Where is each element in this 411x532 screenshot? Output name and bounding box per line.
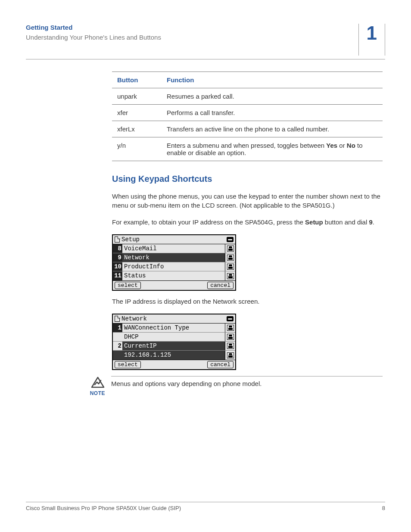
document-icon (115, 236, 120, 243)
lcd-menu-item-selected: 9 Network (113, 253, 235, 262)
chapter-number-box: 1 (358, 24, 385, 56)
note-text: Menus and options vary depending on phon… (111, 380, 262, 387)
note-label: NOTE (90, 390, 105, 396)
cell-button: y/n (112, 137, 162, 161)
document-icon (115, 316, 120, 322)
paragraph: The IP address is displayed on the Netwo… (112, 297, 383, 306)
line-status-icon (227, 246, 234, 252)
line-status-icon (227, 325, 234, 331)
lcd-network-screen: Network 1 WANConnection Type DHCP 2 Curr… (112, 314, 236, 370)
page-number: 8 (382, 505, 385, 511)
menu-label: CurrentIP (122, 342, 225, 350)
lcd-title: Network (121, 315, 147, 322)
menu-label: Network (122, 253, 225, 262)
menu-index: 10 (113, 262, 122, 271)
table-header-function: Function (162, 72, 383, 88)
table-row: unpark Resumes a parked call. (112, 88, 383, 105)
lcd-menu-value-selected: 192.168.1.125 (113, 351, 235, 360)
menu-label: VoiceMail (122, 244, 225, 253)
softkey-select: select (115, 361, 141, 368)
menu-value: 192.168.1.125 (113, 351, 225, 360)
table-header-button: Button (112, 72, 162, 88)
cell-button: unpark (112, 88, 162, 105)
chapter-number: 1 (367, 22, 377, 44)
lcd-setup-screen: Setup 8 VoiceMail 9 Network 10 ProductIn… (112, 234, 236, 291)
lcd-title: Setup (121, 236, 140, 243)
lcd-menu-item-selected: 2 CurrentIP (113, 342, 235, 351)
cell-function: Transfers an active line on the phone to… (162, 121, 383, 137)
subsection-heading: Using Keypad Shortcuts (112, 174, 383, 184)
softkey-cancel: cancel (207, 282, 234, 289)
softkey-select: select (115, 282, 141, 289)
menu-label: ProductInfo (122, 262, 225, 271)
handset-icon (227, 316, 234, 321)
lcd-menu-item: 8 VoiceMail (113, 244, 235, 253)
menu-index: 1 (113, 324, 122, 332)
table-row: xfer Performs a call transfer. (112, 105, 383, 121)
menu-label: WANConnection Type (122, 324, 225, 332)
line-status-icon (227, 334, 234, 340)
lcd-menu-item: 11 Status (113, 271, 235, 280)
page-header: Getting Started Understanding Your Phone… (26, 24, 385, 59)
table-row: y/n Enters a submenu and when pressed, t… (112, 137, 383, 161)
menu-index: 11 (113, 271, 122, 280)
note-block: NOTE Menus and options vary depending on… (26, 376, 383, 396)
footer-title: Cisco Small Business Pro IP Phone SPA50X… (26, 505, 181, 511)
line-status-icon (227, 273, 234, 279)
paragraph: When using the phone menus, you can use … (112, 192, 383, 210)
lcd-menu-value: DHCP (113, 333, 235, 342)
line-status-icon (227, 352, 234, 358)
section-subtitle: Understanding Your Phone's Lines and But… (26, 34, 353, 41)
cell-button: xferLx (112, 121, 162, 137)
lcd-menu-item: 10 ProductInfo (113, 262, 235, 271)
paragraph: For example, to obtain your IP address o… (112, 218, 383, 227)
menu-index: 9 (113, 253, 122, 262)
page-footer: Cisco Small Business Pro IP Phone SPA50X… (26, 502, 385, 511)
menu-value: DHCP (113, 333, 225, 341)
line-status-icon (227, 264, 234, 270)
cell-function: Enters a submenu and when pressed, toggl… (162, 137, 383, 161)
menu-index: 2 (113, 342, 122, 350)
line-status-icon (227, 255, 234, 261)
table-row: xferLx Transfers an active line on the p… (112, 121, 383, 137)
lcd-menu-item: 1 WANConnection Type (113, 324, 235, 333)
cell-function: Resumes a parked call. (162, 88, 383, 105)
menu-label: Status (122, 271, 225, 280)
note-icon (90, 376, 105, 389)
line-status-icon (227, 343, 234, 349)
cell-function: Performs a call transfer. (162, 105, 383, 121)
button-function-table: Button Function unpark Resumes a parked … (112, 72, 383, 161)
cell-button: xfer (112, 105, 162, 121)
chapter-title: Getting Started (26, 24, 353, 31)
menu-index: 8 (113, 244, 122, 253)
softkey-cancel: cancel (207, 361, 234, 368)
handset-icon (227, 237, 234, 242)
